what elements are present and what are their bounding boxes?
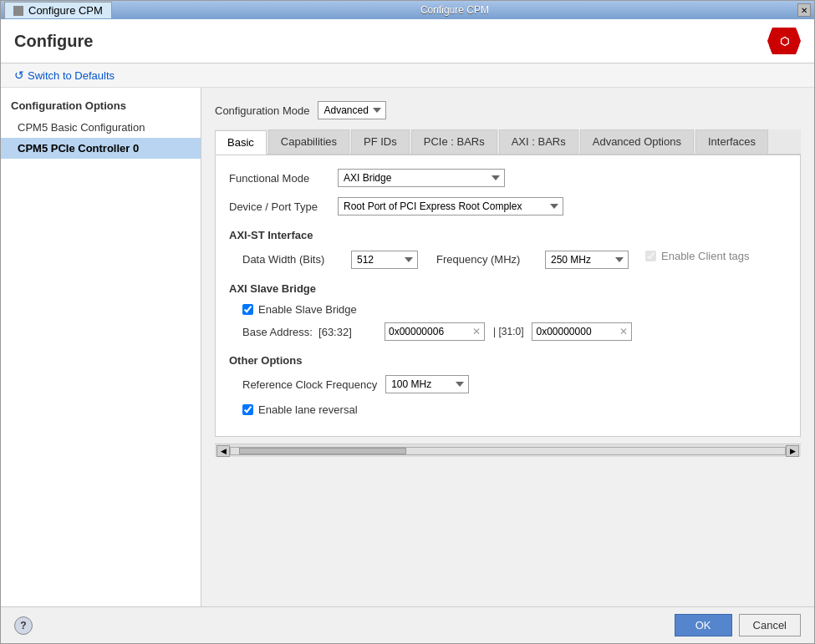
enable-slave-bridge-row: Enable Slave Bridge (242, 303, 787, 316)
enable-lane-reversal-checkbox[interactable] (242, 404, 253, 415)
refresh-icon: ↺ (14, 68, 24, 82)
bottom-bar: ? OK Cancel (1, 606, 814, 643)
enable-slave-bridge-checkbox[interactable] (242, 304, 253, 315)
title-bar-text: Configure CPM (112, 4, 797, 16)
tab-basic[interactable]: Basic (215, 130, 267, 155)
tab-advanced-options[interactable]: Advanced Options (580, 129, 694, 154)
ref-clock-label: Reference Clock Frequency (242, 378, 377, 391)
config-mode-select[interactable]: Advanced Basic (318, 101, 386, 119)
config-panel: Configuration Mode Advanced Basic Basic … (201, 88, 814, 606)
toolbar: ↺ Switch to Defaults (1, 63, 814, 88)
scroll-right-arrow[interactable]: ▶ (786, 445, 799, 457)
scrollbar-thumb (239, 448, 406, 454)
enable-client-tags-row: Enable Client tags (645, 250, 750, 262)
device-port-type-row: Device / Port Type Root Port of PCI Expr… (229, 197, 787, 216)
data-width-select[interactable]: 512 256 128 (351, 251, 418, 269)
functional-mode-row: Functional Mode AXI Bridge (229, 169, 787, 187)
tab-capabilities[interactable]: Capabilities (268, 129, 349, 154)
tab-bar: Basic Capabilities PF IDs PCIe : BARs AX… (215, 129, 801, 155)
sidebar-title: Configuration Options (1, 94, 201, 117)
base-address-hi-clear-button[interactable]: ✕ (469, 324, 484, 339)
device-port-type-label: Device / Port Type (229, 200, 329, 213)
tab-pcie-bars[interactable]: PCIe : BARs (411, 129, 497, 154)
sidebar: Configuration Options CPM5 Basic Configu… (1, 88, 201, 606)
base-address-hi-input[interactable] (385, 323, 469, 340)
cancel-button[interactable]: Cancel (739, 614, 801, 636)
ref-clock-row: Reference Clock Frequency 100 MHz 200 MH… (242, 375, 787, 393)
sidebar-item-label: CPM5 Basic Configuration (18, 121, 145, 134)
base-address-lo-input[interactable] (532, 323, 616, 340)
frequency-label: Frequency (MHz) (436, 253, 537, 266)
data-width-row: Data Width (Bits) 512 256 128 Frequency … (242, 250, 787, 269)
amd-logo: ⬡ (767, 28, 801, 54)
tab-pf-ids[interactable]: PF IDs (351, 129, 410, 154)
panel-content: Functional Mode AXI Bridge Device / Port… (215, 155, 801, 437)
data-width-label: Data Width (Bits) (242, 253, 343, 266)
ok-button[interactable]: OK (675, 614, 732, 636)
scrollbar-track[interactable] (230, 447, 786, 455)
title-bar: Configure CPM Configure CPM ✕ (1, 1, 814, 19)
enable-client-tags-checkbox (645, 251, 656, 261)
functional-mode-select[interactable]: AXI Bridge (338, 169, 505, 187)
axi-st-section-title: AXI-ST Interface (229, 229, 787, 241)
base-address-hi-input-wrapper: ✕ (385, 322, 485, 341)
frequency-select[interactable]: 250 MHz 500 MHz (545, 251, 629, 269)
tab-axi-bars[interactable]: AXI : BARs (499, 129, 578, 154)
tab-interfaces[interactable]: Interfaces (695, 129, 768, 154)
device-port-type-select[interactable]: Root Port of PCI Express Root Complex (338, 197, 563, 216)
base-address-row: Base Address: [63:32] ✕ | [31:0] ✕ (242, 322, 787, 341)
axi-slave-section-title: AXI Slave Bridge (229, 282, 787, 295)
title-tab: Configure CPM (4, 2, 112, 18)
enable-client-tags-label: Enable Client tags (661, 250, 750, 262)
help-button[interactable]: ? (14, 616, 33, 635)
horizontal-scrollbar: ◀ ▶ (215, 444, 801, 457)
sidebar-item-cpm5-pcie[interactable]: CPM5 PCIe Controller 0 (1, 138, 201, 159)
config-mode-label: Configuration Mode (215, 104, 309, 117)
main-window: Configure CPM Configure CPM ✕ Configure … (0, 0, 815, 644)
sidebar-item-cpm5-basic[interactable]: CPM5 Basic Configuration (1, 117, 201, 138)
svg-text:⬡: ⬡ (780, 35, 789, 48)
title-tab-label: Configure CPM (28, 4, 103, 17)
switch-defaults-label: Switch to Defaults (28, 69, 115, 82)
addr-separator: | [31:0] (493, 326, 523, 337)
title-tab-icon (13, 6, 23, 16)
switch-defaults-button[interactable]: ↺ Switch to Defaults (14, 68, 115, 82)
other-options-section-title: Other Options (229, 354, 787, 367)
enable-lane-reversal-label: Enable lane reversal (258, 403, 358, 416)
scroll-left-arrow[interactable]: ◀ (216, 445, 230, 457)
base-address-lo-clear-button[interactable]: ✕ (616, 324, 631, 339)
enable-lane-reversal-row: Enable lane reversal (242, 403, 787, 416)
base-address-label: Base Address: [63:32] (242, 326, 376, 338)
functional-mode-label: Functional Mode (229, 172, 329, 185)
page-title: Configure (14, 32, 93, 51)
enable-slave-bridge-label: Enable Slave Bridge (258, 303, 357, 316)
ref-clock-select[interactable]: 100 MHz 200 MHz (385, 375, 469, 393)
sidebar-item-label: CPM5 PCIe Controller 0 (18, 142, 139, 155)
close-button[interactable]: ✕ (797, 3, 811, 17)
config-mode-row: Configuration Mode Advanced Basic (215, 101, 801, 119)
configure-header: Configure ⬡ (1, 19, 814, 63)
base-address-lo-input-wrapper: ✕ (532, 322, 632, 341)
main-content: Configuration Options CPM5 Basic Configu… (1, 88, 814, 606)
action-buttons: OK Cancel (675, 614, 801, 636)
